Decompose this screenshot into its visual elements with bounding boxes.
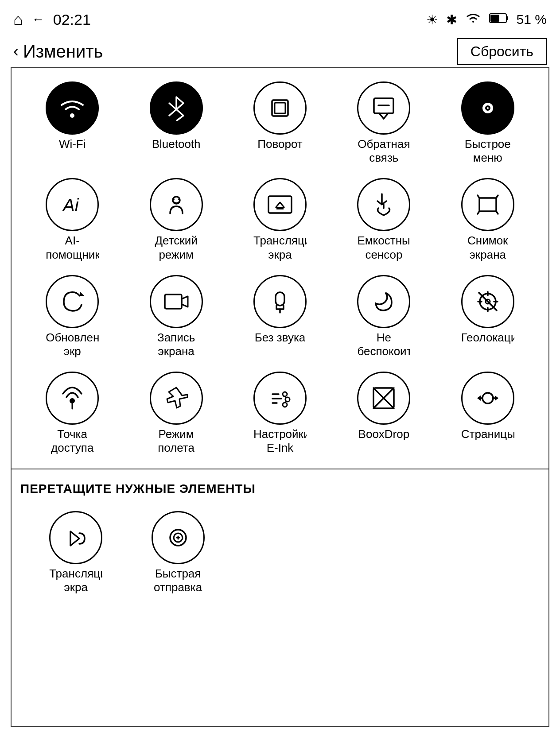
icon-item-bluetooth[interactable]: Bluetooth [124,77,228,169]
svg-line-4 [169,103,176,109]
drag-section: ПЕРЕТАЩИТЕ НУЖНЫЕ ЭЛЕМЕНТЫ Трансляция эк… [12,469,548,608]
icon-item-hotspot[interactable]: Точка доступа [20,367,124,459]
status-left: ⌂ ← 02:21 [13,10,91,29]
icon-label-booxdrop: BooxDrop [358,427,410,441]
status-right: ☀ ✱ 51 % [426,12,547,27]
page-title: Изменить [23,42,103,62]
icon-circle-hotspot [46,372,99,425]
svg-rect-19 [479,198,496,211]
svg-marker-44 [495,395,498,401]
drag-label-screenmirror: Трансляция экра [49,567,102,594]
icon-item-quickmenu[interactable]: Быстрое меню [436,77,540,169]
icon-circle-ai: Ai [46,178,99,231]
icon-label-capacitive: Емкостный сенсор [357,234,410,261]
drag-grid: Трансляция экра Быстрая отправка [20,507,540,599]
icon-item-rotation[interactable]: Поворот [228,77,332,169]
back-chevron-icon[interactable]: ‹ [13,42,19,61]
icon-label-screenshot: Снимок экрана [461,234,514,261]
icon-item-ai[interactable]: Ai AI-помощник [20,174,124,266]
svg-rect-22 [276,292,284,306]
icon-circle-screenrecord [150,275,203,328]
battery-icon [489,12,509,27]
icon-circle-pages [461,372,514,425]
svg-point-15 [178,198,180,200]
icon-circle-rotation [253,81,307,135]
icon-label-eink: Настройки E-Ink [253,427,307,455]
icon-item-booxdrop[interactable]: BooxDrop [332,367,436,459]
svg-point-11 [487,107,489,109]
svg-point-36 [283,403,287,407]
icon-grid: Wi-Fi Bluetooth Поворот Обратная связь Б… [16,77,544,460]
home-icon[interactable]: ⌂ [13,10,23,29]
icon-circle-screencast [253,178,307,231]
icon-label-screenrecord: Запись экрана [150,331,203,358]
icon-circle-dnd [357,275,410,328]
top-bar: ‹ Изменить Сбросить [0,35,560,67]
icon-item-screenshot[interactable]: Снимок экрана [436,174,540,266]
icon-item-dnd[interactable]: Не беспокоить [332,271,436,363]
svg-rect-7 [275,103,285,113]
icon-item-feedback[interactable]: Обратная связь [332,77,436,169]
svg-rect-17 [276,207,284,209]
back-icon[interactable]: ← [32,12,44,27]
status-time: 02:21 [53,11,91,28]
brightness-icon: ☀ [426,12,438,27]
icon-circle-childmode [150,178,203,231]
icon-item-eink[interactable]: Настройки E-Ink [228,367,332,459]
icon-label-refresh: Обновление экр [46,331,99,358]
svg-rect-1 [506,16,508,20]
status-bar: ⌂ ← 02:21 ☀ ✱ 51 % [0,0,560,35]
icon-label-bluetooth: Bluetooth [152,137,201,151]
svg-point-42 [482,393,493,403]
icon-item-refresh[interactable]: Обновление экр [20,271,124,363]
battery-percentage: 51 % [517,12,547,27]
back-nav[interactable]: ‹ Изменить [13,42,103,62]
svg-rect-2 [490,15,499,22]
icon-label-ai: AI-помощник [46,234,99,261]
icon-label-hotspot: Точка доступа [46,427,99,455]
icon-item-wifi[interactable]: Wi-Fi [20,77,124,169]
icon-label-dnd: Не беспокоить [357,331,410,358]
icon-grid-section: Wi-Fi Bluetooth Поворот Обратная связь Б… [12,68,548,469]
bluetooth-status-icon: ✱ [446,12,457,27]
drag-label-quicksend: Быстрая отправка [152,567,205,594]
icon-item-pages[interactable]: Страницы [436,367,540,459]
svg-text:Ai: Ai [62,195,79,214]
icon-circle-quickmenu [461,81,514,135]
icon-circle-capacitive [357,178,410,231]
wifi-status-icon [465,12,481,27]
icon-circle-mute [253,275,307,328]
main-container: Wi-Fi Bluetooth Поворот Обратная связь Б… [11,67,549,727]
icon-circle-geolocation [461,275,514,328]
svg-point-3 [70,113,74,118]
drag-item-quicksend[interactable]: Быстрая отправка [127,507,229,599]
svg-marker-43 [477,395,481,401]
icon-item-screenrecord[interactable]: Запись экрана [124,271,228,363]
icon-circle-screenshot [461,178,514,231]
icon-label-mute: Без звука [255,331,306,345]
drag-item-screenmirror[interactable]: Трансляция экра [25,507,127,599]
icon-label-pages: Страницы [461,427,514,441]
svg-point-14 [173,198,175,200]
icon-item-airplane[interactable]: Режим полета [124,367,228,459]
icon-label-rotation: Поворот [257,137,302,151]
icon-item-childmode[interactable]: Детский режим [124,174,228,266]
svg-line-5 [169,109,176,116]
svg-rect-20 [165,294,182,309]
icon-label-geolocation: Геолокация [461,331,514,345]
icon-item-screencast[interactable]: Трансляция экра [228,174,332,266]
icon-item-capacitive[interactable]: Емкостный сенсор [332,174,436,266]
icon-item-mute[interactable]: Без звука [228,271,332,363]
icon-item-geolocation[interactable]: Геолокация [436,271,540,363]
icon-circle-feedback [357,81,410,135]
icon-label-feedback: Обратная связь [357,137,410,165]
icon-label-childmode: Детский режим [150,234,203,261]
reset-button[interactable]: Сбросить [457,38,547,65]
icon-circle-booxdrop [357,372,410,425]
drag-circle-quicksend [152,511,205,564]
svg-rect-16 [268,196,292,213]
icon-circle-airplane [150,372,203,425]
icon-circle-wifi [46,81,99,135]
icon-circle-eink [253,372,307,425]
icon-label-airplane: Режим полета [150,427,203,455]
